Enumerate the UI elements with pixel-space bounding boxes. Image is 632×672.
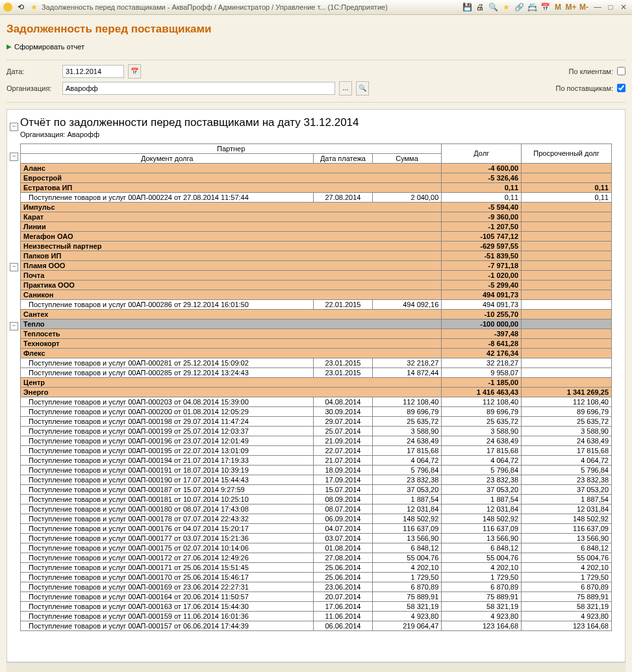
- play-icon: ▶: [6, 43, 12, 50]
- table-row[interactable]: Поступление товаров и услуг 00АП-000286 …: [21, 299, 612, 309]
- calc-icon[interactable]: 📇: [527, 2, 537, 12]
- table-row[interactable]: Пламя ООО-7 971,18: [21, 260, 612, 270]
- by-suppliers-checkbox[interactable]: [617, 84, 626, 92]
- table-row[interactable]: Теплосеть-397,48: [21, 329, 612, 338]
- horizontal-scrollbar[interactable]: [6, 662, 626, 673]
- generate-report-label: Сформировать отчет: [14, 43, 84, 51]
- tree-collapse-node[interactable]: −: [10, 263, 18, 271]
- table-row[interactable]: Поступление товаров и услуг 00АП-000187 …: [21, 484, 612, 494]
- table-row[interactable]: Поступление товаров и услуг 00АП-000171 …: [21, 562, 612, 572]
- table-row[interactable]: Поступление товаров и услуг 00АП-000178 …: [21, 514, 612, 523]
- table-row[interactable]: Поступление товаров и услуг 00АП-000199 …: [21, 426, 612, 436]
- table-row[interactable]: Тепло-100 000,00: [21, 319, 612, 329]
- date-input[interactable]: [62, 65, 124, 78]
- calendar-icon[interactable]: 📅: [540, 2, 550, 12]
- header-debt: Долг: [442, 143, 522, 163]
- org-label: Организация:: [6, 84, 58, 92]
- maximize-button[interactable]: □: [605, 2, 616, 12]
- filter-panel: Дата: 📅 По клиентам: Организация: … 🔍 По…: [6, 60, 626, 103]
- table-row[interactable]: Еврострой-5 326,46: [21, 173, 612, 182]
- table-row[interactable]: Энерго1 416 463,431 341 269,25: [21, 387, 612, 397]
- m-plus-icon[interactable]: M+: [566, 2, 576, 12]
- favorite-icon[interactable]: ★: [29, 2, 39, 12]
- table-row[interactable]: Импульс-5 594,40: [21, 202, 612, 212]
- report-body: − − − − Отчёт по задолженности перед пос…: [6, 109, 626, 662]
- table-row[interactable]: Поступление товаров и услуг 00АП-000180 …: [21, 504, 612, 514]
- link-icon[interactable]: 🔗: [514, 2, 524, 12]
- table-row[interactable]: Саникон494 091,73: [21, 290, 612, 299]
- table-row[interactable]: Практика ООО-5 299,40: [21, 280, 612, 290]
- minimize-button[interactable]: —: [592, 2, 603, 12]
- preview-icon[interactable]: 🔍: [488, 2, 498, 12]
- table-row[interactable]: Поступление товаров и услуг 00АП-000191 …: [21, 465, 612, 475]
- by-clients-label: По клиентам:: [569, 68, 613, 75]
- date-label: Дата:: [6, 68, 58, 75]
- table-row[interactable]: Сантех-10 255,70: [21, 309, 612, 319]
- page-title: Задолженность перед поставщиками: [6, 23, 626, 36]
- header-sum: Сумма: [372, 153, 442, 163]
- header-partner: Партнер: [21, 143, 442, 153]
- org-input[interactable]: [62, 82, 335, 95]
- calendar-button[interactable]: 📅: [128, 64, 141, 79]
- m-icon[interactable]: M: [553, 2, 563, 12]
- table-row[interactable]: Технокорт-8 641,28: [21, 338, 612, 348]
- table-row[interactable]: Поступление товаров и услуг 00АП-000200 …: [21, 406, 612, 416]
- star-icon[interactable]: ★: [501, 2, 511, 12]
- table-row[interactable]: Поступление товаров и услуг 00АП-000195 …: [21, 445, 612, 455]
- table-row[interactable]: Поступление товаров и услуг 00АП-000172 …: [21, 553, 612, 562]
- app-icon: [3, 2, 13, 12]
- table-row[interactable]: Поступление товаров и услуг 00АП-000224 …: [21, 192, 612, 202]
- table-row[interactable]: Поступление товаров и услуг 00АП-000170 …: [21, 572, 612, 582]
- table-row[interactable]: Поступление товаров и услуг 00АП-000194 …: [21, 455, 612, 465]
- save-icon[interactable]: 💾: [462, 2, 472, 12]
- table-row[interactable]: Поступление товаров и услуг 00АП-000163 …: [21, 601, 612, 611]
- org-search-button[interactable]: 🔍: [356, 81, 369, 95]
- report-org-line: Организация: Аварофф: [20, 131, 612, 138]
- table-row[interactable]: Поступление товаров и услуг 00АП-000177 …: [21, 533, 612, 543]
- header-overdue: Просроченный долг: [522, 143, 612, 163]
- report-table: Партнер Долг Просроченный долг Документ …: [20, 143, 612, 631]
- org-select-button[interactable]: …: [339, 81, 352, 95]
- table-row[interactable]: Аланс-4 600,00: [21, 163, 612, 173]
- table-row[interactable]: Поступление товаров и услуг 00АП-000164 …: [21, 591, 612, 601]
- table-row[interactable]: Поступление товаров и услуг 00АП-000285 …: [21, 367, 612, 377]
- table-row[interactable]: Поступление товаров и услуг 00АП-000175 …: [21, 543, 612, 553]
- titlebar: ⟲ ★ Задолженность перед поставщиками - А…: [0, 0, 632, 15]
- table-row[interactable]: Поступление товаров и услуг 00АП-000281 …: [21, 358, 612, 367]
- table-row[interactable]: Неизвестный партнер-629 597,55: [21, 241, 612, 251]
- table-row[interactable]: Карат-9 360,00: [21, 212, 612, 221]
- by-clients-checkbox[interactable]: [617, 67, 626, 75]
- table-row[interactable]: Поступление товаров и услуг 00АП-000196 …: [21, 436, 612, 445]
- window-title: Задолженность перед поставщиками - АкваП…: [42, 3, 459, 11]
- close-button[interactable]: ✕: [618, 2, 629, 12]
- table-row[interactable]: Центр-1 185,00: [21, 377, 612, 387]
- table-row[interactable]: Мегафон ОАО-105 747,12: [21, 231, 612, 241]
- table-row[interactable]: Поступление товаров и услуг 00АП-000169 …: [21, 582, 612, 591]
- tree-collapse-node[interactable]: −: [10, 322, 18, 330]
- by-suppliers-label: По поставщикам:: [555, 84, 613, 92]
- tree-collapse-node[interactable]: −: [10, 153, 18, 161]
- table-row[interactable]: Поступление товаров и услуг 00АП-000157 …: [21, 621, 612, 630]
- print-icon[interactable]: 🖨: [475, 2, 485, 12]
- report-title: Отчёт по задолженности перед поставщикам…: [20, 116, 612, 129]
- table-row[interactable]: Почта-1 020,00: [21, 270, 612, 280]
- table-row[interactable]: Линии-1 207,50: [21, 221, 612, 231]
- generate-report-link[interactable]: ▶ Сформировать отчет: [6, 43, 84, 51]
- table-row[interactable]: Флекс42 176,34: [21, 348, 612, 358]
- m-minus-icon[interactable]: M-: [579, 2, 589, 12]
- table-row[interactable]: Папков ИП-51 839,50: [21, 251, 612, 260]
- table-row[interactable]: Поступление товаров и услуг 00АП-000181 …: [21, 494, 612, 504]
- table-row[interactable]: Поступление товаров и услуг 00АП-000203 …: [21, 397, 612, 406]
- tree-collapse-root[interactable]: −: [10, 123, 18, 131]
- table-row[interactable]: Поступление товаров и услуг 00АП-000176 …: [21, 523, 612, 533]
- header-pay-date: Дата платежа: [314, 153, 372, 163]
- back-icon[interactable]: ⟲: [16, 2, 26, 12]
- header-doc: Документ долга: [21, 153, 314, 163]
- table-row[interactable]: Поступление товаров и услуг 00АП-000190 …: [21, 475, 612, 484]
- table-row[interactable]: Поступление товаров и услуг 00АП-000198 …: [21, 416, 612, 426]
- table-row[interactable]: Естратова ИП0,110,11: [21, 182, 612, 192]
- table-row[interactable]: Поступление товаров и услуг 00АП-000159 …: [21, 611, 612, 621]
